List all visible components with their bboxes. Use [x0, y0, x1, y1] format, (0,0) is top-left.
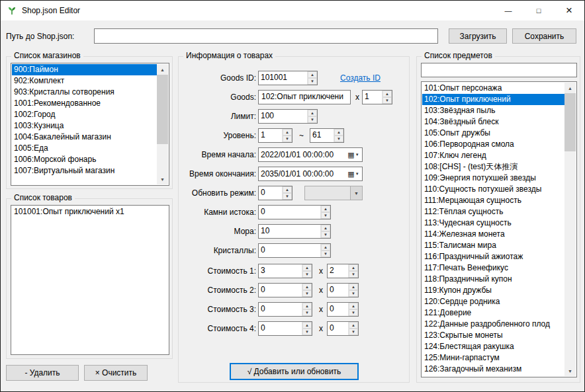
goods-count-field[interactable]: 1 ▲▼: [362, 90, 392, 104]
list-item[interactable]: 115:Талисман мира: [422, 240, 564, 251]
spinner-up-icon[interactable]: ▲: [321, 225, 330, 231]
spinner-down-icon[interactable]: ▼: [321, 251, 330, 257]
level-max-field[interactable]: 61 ▲▼: [310, 128, 344, 143]
list-item[interactable]: 104:Звёздный блеск: [422, 116, 564, 128]
cost3-count-field[interactable]: 0 ▲▼: [327, 302, 359, 317]
clear-button[interactable]: × Очистить: [84, 365, 148, 381]
list-item[interactable]: 101:Опыт персонажа: [422, 83, 564, 94]
close-button[interactable]: ×: [554, 1, 584, 20]
minimize-button[interactable]: —: [493, 1, 523, 20]
spinner-down-icon[interactable]: ▼: [302, 271, 312, 278]
shop-listbox[interactable]: 900:Паймон902:Комплект903:Кристаллы сотв…: [11, 63, 169, 186]
datetime-dropdown-button[interactable]: ▦ ▼: [345, 167, 362, 180]
list-item[interactable]: 112:Тёплая сущность: [422, 206, 564, 217]
list-item[interactable]: 113:Чудесная сущность: [422, 217, 564, 229]
list-item[interactable]: 1003:Кузница: [12, 120, 157, 132]
path-input[interactable]: [94, 28, 438, 44]
scroll-up-icon[interactable]: ▲: [157, 64, 168, 75]
spinner-down-icon[interactable]: ▼: [308, 78, 317, 85]
list-item[interactable]: 119:Купон дружбы: [422, 285, 564, 296]
spinner-down-icon[interactable]: ▼: [349, 271, 358, 278]
cost4-id-field[interactable]: 0 ▲▼: [258, 321, 312, 336]
list-item[interactable]: 114:Железная монета: [422, 229, 564, 240]
cost2-id-field[interactable]: 0 ▲▼: [258, 283, 312, 297]
cost1-id-field[interactable]: 3 ▲▼: [258, 264, 312, 278]
shop-list-scrollbar[interactable]: ▲ ▼: [157, 64, 168, 184]
list-item[interactable]: 108:[CHS] - (test)天体推演: [422, 161, 564, 173]
spinner-up-icon[interactable]: ▲: [283, 186, 292, 193]
list-item[interactable]: 101001:Опыт приключений x1: [12, 206, 168, 217]
list-item[interactable]: 117:Печать Венефикус: [422, 262, 564, 274]
load-button[interactable]: Загрузить: [449, 28, 507, 44]
spinner-down-icon[interactable]: ▼: [382, 97, 392, 104]
delete-button[interactable]: - Удалить: [6, 365, 79, 381]
spinner-down-icon[interactable]: ▼: [349, 290, 358, 297]
scrollbar-track[interactable]: [564, 93, 576, 366]
list-item[interactable]: 116:Праздничный ажиотаж: [422, 251, 564, 262]
level-min-field[interactable]: 1 ▲▼: [258, 128, 292, 143]
list-item[interactable]: 900:Паймон: [12, 64, 157, 75]
spinner-down-icon[interactable]: ▼: [349, 309, 358, 316]
datetime-dropdown-button[interactable]: ▦ ▼: [345, 148, 362, 161]
scrollbar-track[interactable]: [157, 75, 168, 174]
spinner-up-icon[interactable]: ▲: [308, 71, 317, 78]
cost4-count-field[interactable]: 0 ▲▼: [327, 321, 359, 336]
cost2-count-field[interactable]: 0 ▲▼: [327, 283, 359, 297]
spinner-up-icon[interactable]: ▲: [349, 264, 358, 271]
scroll-down-icon[interactable]: ▼: [564, 366, 576, 376]
cost1-count-field[interactable]: 2 ▲▼: [327, 264, 359, 278]
list-item[interactable]: 124:Блестящая ракушка: [422, 341, 564, 352]
list-item[interactable]: 1005:Еда: [12, 143, 157, 154]
list-item[interactable]: 902:Комплект: [12, 75, 157, 87]
spinner-up-icon[interactable]: ▲: [321, 206, 330, 212]
spinner-up-icon[interactable]: ▲: [349, 303, 358, 309]
list-item[interactable]: 107:Ключ легенд: [422, 150, 564, 161]
list-item[interactable]: 121:Доверие: [422, 307, 564, 319]
spinner-up-icon[interactable]: ▲: [349, 284, 358, 290]
scrollbar-thumb[interactable]: [564, 93, 576, 151]
spinner-down-icon[interactable]: ▼: [321, 212, 330, 219]
list-item[interactable]: 111:Мерцающая сущность: [422, 195, 564, 206]
scrollbar-thumb[interactable]: [157, 75, 168, 144]
spinner-down-icon[interactable]: ▼: [308, 116, 317, 123]
spinner-up-icon[interactable]: ▲: [302, 322, 312, 329]
spinner-up-icon[interactable]: ▲: [283, 129, 292, 136]
create-id-link[interactable]: Создать ID: [340, 73, 381, 83]
list-item[interactable]: 1006:Морской фонарь: [12, 154, 157, 165]
spinner-down-icon[interactable]: ▼: [302, 309, 312, 316]
list-item[interactable]: 102:Опыт приключений: [422, 94, 564, 105]
spinner-up-icon[interactable]: ▲: [302, 303, 312, 309]
spinner-up-icon[interactable]: ▲: [302, 284, 312, 290]
list-item[interactable]: 105:Опыт дружбы: [422, 128, 564, 139]
list-item[interactable]: 120:Сердце родника: [422, 296, 564, 307]
crystal-field[interactable]: 0 ▲▼: [258, 243, 331, 258]
spinner-up-icon[interactable]: ▲: [334, 129, 343, 136]
list-item[interactable]: 1001:Рекомендованное: [12, 98, 157, 109]
maximize-button[interactable]: □: [523, 1, 554, 20]
spinner-down-icon[interactable]: ▼: [283, 136, 292, 142]
goods-id-field[interactable]: 101001 ▲▼: [258, 71, 318, 85]
spinner-down-icon[interactable]: ▼: [349, 329, 358, 335]
add-or-update-button[interactable]: √ Добавить или обновить: [230, 363, 359, 380]
limit-field[interactable]: 100 ▲▼: [258, 109, 318, 124]
refresh-mode-field[interactable]: 0 ▲▼: [258, 186, 292, 200]
list-item[interactable]: 123:Скрытые монеты: [422, 330, 564, 341]
spinner-up-icon[interactable]: ▲: [382, 91, 392, 97]
save-button[interactable]: Сохранить: [512, 28, 576, 44]
list-item[interactable]: 903:Кристаллы сотворения: [12, 87, 157, 98]
end-time-picker[interactable]: 2035/01/01 00:00:00 ▦ ▼: [258, 167, 363, 181]
list-item[interactable]: 106:Первородная смола: [422, 139, 564, 150]
list-item[interactable]: 122:Данные раздробленного плод: [422, 319, 564, 330]
begin-time-picker[interactable]: 2022/01/01 00:00:00 ▦ ▼: [258, 147, 363, 162]
spinner-up-icon[interactable]: ▲: [321, 244, 330, 251]
spinner-up-icon[interactable]: ▲: [302, 264, 312, 271]
spinner-down-icon[interactable]: ▼: [302, 329, 312, 335]
list-item[interactable]: 125:Мини-гарпастум: [422, 352, 564, 364]
spinner-down-icon[interactable]: ▼: [321, 231, 330, 238]
scroll-down-icon[interactable]: ▼: [157, 174, 168, 184]
list-item[interactable]: 1002:Город: [12, 109, 157, 120]
item-listbox[interactable]: 101:Опыт персонажа102:Опыт приключений10…: [421, 81, 577, 377]
list-item[interactable]: 126:Загадочный механизм: [422, 364, 564, 375]
refresh-mode-combobox[interactable]: ▼: [304, 186, 363, 200]
spinner-down-icon[interactable]: ▼: [283, 193, 292, 200]
